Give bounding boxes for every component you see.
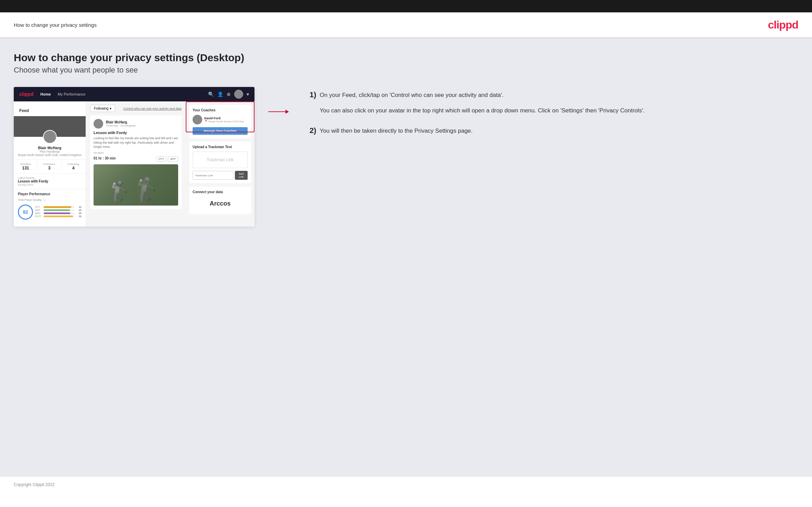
nav-icons: 🔍 👤 ⊕ ▾ [208, 90, 249, 99]
post-description: Looking to feel like my hands are exitin… [94, 136, 178, 149]
content-row: clippd Home My Performance 🔍 👤 ⊕ ▾ Feed [14, 87, 798, 227]
instruction-step-1: 1) On your Feed, click/tap on 'Control w… [310, 90, 791, 115]
main-content: How to change your privacy settings (Des… [0, 38, 812, 476]
post-card: Blair McHarg Yesterday · Sunningdale Les… [90, 115, 182, 209]
app-sidebar: Feed Blair McHarg Plus Handicap Royal No… [14, 101, 86, 227]
header: How to change your privacy settings clip… [0, 12, 812, 38]
page-subheading: Choose what you want people to see [14, 66, 798, 75]
info-icon: ⓘ [43, 198, 46, 202]
profile-name: Blair McHarg [14, 146, 86, 150]
step-1-number: 1) [310, 90, 316, 112]
coach-club: 📍 Royal North Devon Golf Club [204, 120, 244, 123]
profile-avatar-wrap [14, 130, 86, 144]
app-mockup: clippd Home My Performance 🔍 👤 ⊕ ▾ Feed [14, 87, 255, 227]
step-1-subtext: You can also click on your avatar in the… [320, 106, 645, 115]
location-icon: 📍 [204, 120, 208, 123]
app-logo: clippd [19, 91, 33, 97]
arccos-logo: Arccos [193, 197, 248, 211]
footer: Copyright Clippd 2022 [0, 476, 812, 493]
feed-header: Following ▾ Control who can see your act… [90, 105, 182, 112]
nav-my-performance[interactable]: My Performance [58, 92, 86, 96]
followers-stat: Followers 3 [43, 163, 55, 170]
app-feed: Following ▾ Control who can see your act… [86, 101, 186, 227]
chevron-down-icon[interactable]: ▾ [247, 91, 249, 97]
post-image: 🏌️ 🏌️‍♂️ [94, 164, 178, 206]
coaches-widget: Your Coaches David Ford 📍 Royal North De… [189, 105, 251, 138]
control-privacy-link[interactable]: Control who can see your activity and da… [123, 107, 182, 110]
profile-handicap: Plus Handicap [14, 150, 86, 153]
quality-row: 92 OTT 90 APP 85 [18, 205, 82, 220]
post-tags: OTT APP [156, 156, 178, 162]
trackman-input-row: Add Link [193, 171, 248, 180]
stat-divider-2 [61, 163, 62, 170]
profile-club: Royal North Devon Golf Club, United King… [14, 153, 86, 157]
feed-tab[interactable]: Feed [14, 106, 86, 116]
total-quality-label: Total Player Quality ⓘ [18, 198, 82, 202]
tag-app: APP [168, 156, 178, 162]
post-header: Blair McHarg Yesterday · Sunningdale [94, 119, 178, 129]
following-button[interactable]: Following ▾ [90, 105, 115, 112]
copyright-text: Copyright Clippd 2022 [14, 482, 55, 487]
instructions-panel: 1) On your Feed, click/tap on 'Control w… [303, 87, 798, 152]
step-2-text: You will then be taken directly to the P… [320, 126, 473, 138]
nav-home[interactable]: Home [40, 92, 51, 96]
metric-app: APP 85 [35, 209, 82, 211]
step-1-text: On your Feed, click/tap on 'Control who … [320, 90, 645, 100]
connect-title: Connect your data [193, 190, 248, 194]
app-right: Your Coaches David Ford 📍 Royal North De… [186, 101, 255, 227]
header-title: How to change your privacy settings [14, 22, 97, 28]
coaches-title: Your Coaches [193, 108, 248, 112]
post-title: Lesson with Fordy [94, 131, 178, 135]
manage-coaches-button[interactable]: Manage Your Coaches [193, 127, 248, 135]
chevron-down-icon: ▾ [110, 107, 111, 110]
latest-activity: Latest Activity Lesson with Fordy 03 Aug… [14, 174, 86, 189]
profile-stats: Activities 131 Followers 3 Following 4 [14, 159, 86, 174]
tag-ott: OTT [156, 156, 166, 162]
duration-value: 01 hr : 30 min [94, 156, 116, 160]
app-body: Feed Blair McHarg Plus Handicap Royal No… [14, 101, 255, 227]
logo: clippd [768, 19, 798, 31]
following-stat: Following 4 [67, 163, 79, 170]
profile-avatar [43, 130, 57, 144]
metric-putt: PUTT 96 [35, 215, 82, 218]
duration-label: Duration [94, 151, 178, 154]
trackman-title: Upload a Trackman Test [193, 145, 248, 149]
instruction-step-2: 2) You will then be taken directly to th… [310, 126, 791, 138]
metrics: OTT 90 APP 85 ARG [35, 206, 82, 218]
post-author-avatar [94, 119, 103, 129]
plus-icon[interactable]: ⊕ [227, 91, 231, 97]
stat-divider-1 [37, 163, 37, 170]
top-bar [0, 0, 812, 12]
coach-row: David Ford 📍 Royal North Devon Golf Club [193, 115, 248, 124]
trackman-widget: Upload a Trackman Test Trackman Link Add… [189, 142, 251, 183]
golfer-image-right: 🏌️‍♂️ [131, 176, 161, 204]
arrow-connector [268, 87, 289, 116]
activities-stat: Activities 131 [20, 163, 31, 170]
add-link-button[interactable]: Add Link [235, 171, 248, 180]
page-heading: How to change your privacy settings (Des… [14, 52, 798, 64]
app-navbar: clippd Home My Performance 🔍 👤 ⊕ ▾ [14, 87, 255, 101]
golfer-image-left: 🏌️ [106, 179, 132, 204]
trackman-link-input[interactable] [193, 171, 234, 180]
post-meta: Yesterday · Sunningdale [106, 124, 136, 127]
red-arrow-svg [268, 108, 289, 116]
coach-name: David Ford [204, 117, 244, 120]
player-performance: Player Performance Total Player Quality … [14, 189, 86, 222]
quality-score: 92 [18, 205, 33, 220]
metric-ott: OTT 90 [35, 206, 82, 208]
metric-arg: ARG 86 [35, 212, 82, 214]
connect-widget: Connect your data Arccos [189, 187, 251, 214]
user-avatar[interactable] [234, 90, 243, 99]
coach-avatar [193, 115, 202, 124]
step-2-number: 2) [310, 126, 316, 135]
user-icon[interactable]: 👤 [217, 91, 223, 97]
search-icon[interactable]: 🔍 [208, 91, 214, 97]
post-author-name: Blair McHarg [106, 120, 136, 124]
trackman-placeholder: Trackman Link [193, 152, 248, 168]
svg-marker-1 [285, 110, 289, 114]
